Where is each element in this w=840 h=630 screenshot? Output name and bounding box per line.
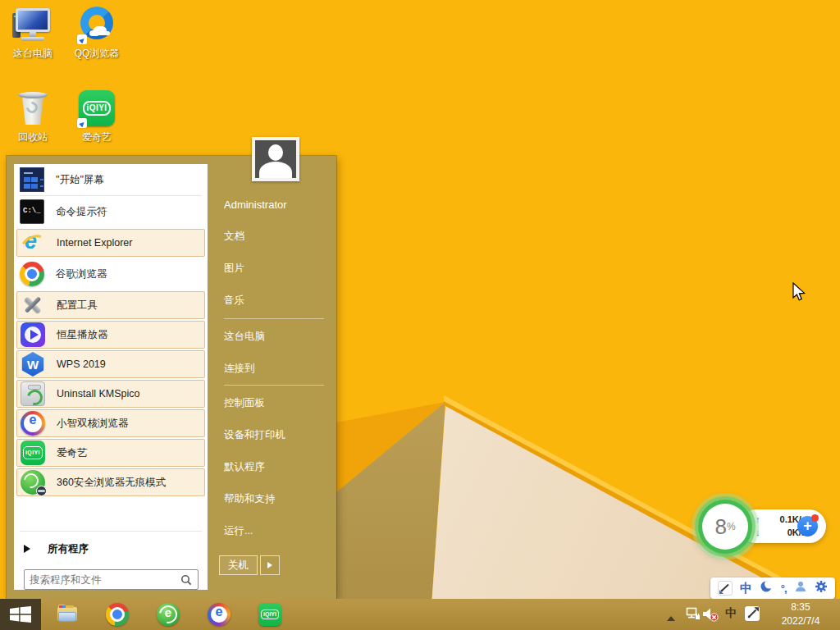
search-input[interactable]	[25, 574, 180, 586]
shutdown-controls: 关机	[219, 555, 280, 575]
download-arrow-icon: ↓	[756, 526, 760, 539]
360-browser-icon	[21, 470, 45, 495]
internet-explorer-icon: e	[21, 231, 45, 255]
menu-separator	[224, 385, 324, 386]
xiaozhi-browser-icon: e	[21, 411, 45, 436]
all-programs-section: 所有程序	[14, 531, 208, 559]
desktop: 这台电脑 QQ浏览器 回收站 iQIYI 爱奇艺 ↑0.1K/s ↓	[0, 0, 840, 630]
start-button[interactable]	[0, 599, 41, 630]
taskbar-chrome[interactable]	[106, 603, 129, 626]
ime-settings-gear-icon[interactable]	[815, 580, 828, 596]
menu-separator	[224, 318, 324, 319]
menu-item-music[interactable]: 音乐	[224, 290, 326, 311]
memory-percent: 8	[714, 514, 726, 540]
right-triangle-icon	[267, 562, 276, 568]
desktop-icon-iqiyi[interactable]: iQIYI 爱奇艺	[66, 89, 128, 144]
ime-status-tray-icon[interactable]	[745, 606, 760, 621]
menu-item-internet-explorer[interactable]: e Internet Explorer	[16, 229, 205, 257]
taskbar-file-explorer[interactable]	[56, 603, 79, 626]
desktop-icon-recycle-bin[interactable]: 回收站	[2, 89, 64, 144]
shutdown-button[interactable]: 关机	[219, 555, 258, 575]
upload-arrow-icon: ↑	[756, 513, 760, 526]
this-pc-icon	[13, 5, 52, 44]
menu-item-connect-to[interactable]: 连接到	[224, 358, 326, 379]
right-triangle-icon	[24, 545, 34, 553]
menu-item-command-prompt[interactable]: C:\_ 命令提示符	[14, 196, 208, 227]
desktop-icon-label: QQ浏览器	[66, 47, 128, 61]
menu-item-this-pc[interactable]: 这台电脑	[224, 326, 326, 347]
menu-item-pictures[interactable]: 图片	[224, 258, 326, 279]
shortcut-arrow-icon	[77, 118, 87, 128]
ime-toolbar: 中 °,	[710, 578, 835, 599]
start-menu-right-panel: Administrator 文档 图片 音乐 这台电脑 连接到 控制面板 设备和…	[208, 156, 336, 599]
start-menu: "开始"屏幕 C:\_ 命令提示符 e Internet Explorer 谷歌…	[7, 156, 336, 599]
desktop-icon-label: 这台电脑	[2, 47, 64, 61]
iqiyi-icon: iQIYI	[77, 89, 116, 128]
menu-item-wps[interactable]: W WPS 2019	[16, 350, 205, 378]
start-screen-icon	[20, 167, 44, 192]
menu-item-config-tools[interactable]: 配置工具	[16, 291, 205, 319]
desktop-icon-qq-browser[interactable]: QQ浏览器	[66, 5, 128, 61]
menu-item-360-incognito[interactable]: 360安全浏览器无痕模式	[16, 468, 205, 496]
menu-item-help-support[interactable]: 帮助和支持	[224, 488, 326, 509]
desktop-icon-label: 回收站	[2, 130, 64, 144]
menu-item-xiaozhi-browser[interactable]: e 小智双核浏览器	[16, 409, 205, 437]
menu-item-documents[interactable]: 文档	[224, 226, 326, 247]
star-player-icon	[21, 322, 45, 347]
clock-date: 2022/7/4	[769, 614, 832, 628]
menu-item-iqiyi[interactable]: iQIYI 爱奇艺	[16, 439, 205, 467]
menu-item-uninstall-kmspico[interactable]: Uninstall KMSpico	[16, 380, 205, 408]
add-button[interactable]: +	[797, 516, 818, 536]
menu-item-run[interactable]: 运行...	[224, 520, 326, 541]
user-avatar[interactable]	[252, 137, 299, 181]
user-name[interactable]: Administrator	[224, 199, 287, 211]
search-icon	[180, 574, 192, 586]
uninstall-recycle-icon	[21, 381, 45, 406]
iqiyi-icon: iQIYI	[21, 441, 45, 465]
menu-item-star-player[interactable]: 恒星播放器	[16, 321, 205, 349]
menu-item-chrome[interactable]: 谷歌浏览器	[14, 258, 208, 290]
memory-percent-unit: %	[727, 521, 736, 532]
qq-browser-icon	[77, 5, 116, 44]
menu-item-devices-printers[interactable]: 设备和打印机	[224, 424, 326, 445]
speed-widget-panel[interactable]: ↑0.1K/s ↓0K/s +	[739, 509, 826, 543]
wps-icon: W	[21, 352, 45, 377]
network-tray-icon[interactable]	[684, 607, 701, 622]
desktop-icon-label: 爱奇艺	[66, 130, 128, 144]
ime-chinese-mode-icon[interactable]: 中	[740, 581, 752, 596]
start-menu-program-list: "开始"屏幕 C:\_ 命令提示符 e Internet Explorer 谷歌…	[14, 164, 208, 590]
volume-muted-tray-icon[interactable]	[702, 607, 719, 622]
show-hidden-icons-button[interactable]	[667, 612, 675, 621]
taskbar: e e iQIYI 中 8:35 2022/7/4	[0, 599, 840, 630]
ime-logo-icon[interactable]	[718, 581, 733, 596]
chrome-icon	[20, 262, 44, 286]
tray-ime-indicator[interactable]: 中	[725, 606, 737, 621]
menu-item-control-panel[interactable]: 控制面板	[224, 392, 326, 413]
ime-fullwidth-moon-icon[interactable]	[760, 580, 773, 596]
clock-time: 8:35	[769, 600, 832, 614]
menu-item-default-programs[interactable]: 默认程序	[224, 456, 326, 477]
memory-ball[interactable]: 8 %	[702, 504, 748, 550]
all-programs-button[interactable]: 所有程序	[14, 538, 208, 559]
recycle-bin-icon	[13, 89, 52, 128]
shortcut-arrow-icon	[77, 34, 87, 44]
taskbar-clock[interactable]: 8:35 2022/7/4	[769, 600, 832, 628]
menu-separator	[20, 531, 202, 532]
taskbar-iqiyi[interactable]: iQIYI	[258, 603, 281, 626]
ime-punctuation-icon[interactable]: °,	[781, 582, 787, 595]
mouse-cursor	[792, 282, 806, 303]
taskbar-360-browser[interactable]: e	[157, 603, 180, 626]
menu-item-start-screen[interactable]: "开始"屏幕	[14, 164, 208, 195]
shutdown-options-button[interactable]	[260, 555, 280, 575]
ime-user-icon[interactable]	[794, 580, 807, 596]
tools-wrench-icon	[21, 293, 45, 317]
taskbar-xiaozhi-browser[interactable]: e	[208, 603, 231, 626]
start-search-box[interactable]	[24, 569, 199, 590]
desktop-icon-this-pc[interactable]: 这台电脑	[2, 5, 64, 61]
windows-logo-icon	[10, 606, 31, 623]
command-prompt-icon: C:\_	[20, 199, 44, 224]
